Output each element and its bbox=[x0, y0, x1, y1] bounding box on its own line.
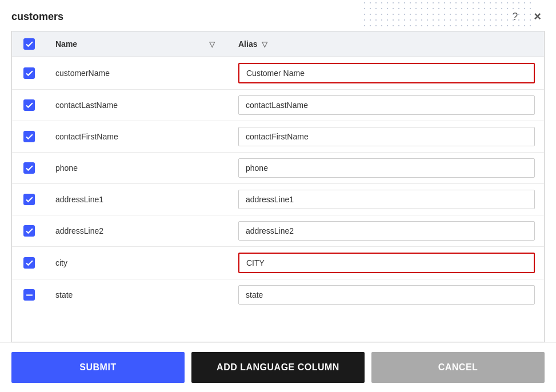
row-alias-cell bbox=[229, 279, 544, 306]
row-filter bbox=[195, 247, 229, 279]
table-row: contactLastName bbox=[12, 90, 544, 121]
alias-input[interactable] bbox=[238, 285, 535, 305]
table-scroll[interactable]: Name ▽ Alias ▽ bbox=[12, 31, 544, 306]
row-checkbox[interactable] bbox=[23, 289, 35, 301]
row-filter bbox=[195, 90, 229, 121]
alias-input[interactable] bbox=[238, 221, 535, 241]
row-filter bbox=[195, 215, 229, 247]
row-checkbox-cell bbox=[12, 247, 46, 279]
table-row: city bbox=[12, 247, 544, 279]
table-container: Name ▽ Alias ▽ bbox=[11, 31, 545, 342]
row-name: phone bbox=[46, 153, 195, 184]
table-row: customerName bbox=[12, 57, 544, 90]
row-filter bbox=[195, 153, 229, 184]
row-name: state bbox=[46, 279, 195, 306]
row-name: contactLastName bbox=[46, 90, 195, 121]
alias-input[interactable] bbox=[238, 158, 535, 178]
dialog-title: customers bbox=[11, 11, 63, 23]
alias-input[interactable] bbox=[238, 127, 535, 146]
table-header-row: Name ▽ Alias ▽ bbox=[12, 31, 544, 57]
alias-input[interactable] bbox=[238, 253, 535, 273]
add-language-button[interactable]: ADD LANGUAGE COLUMN bbox=[191, 352, 365, 383]
row-alias-cell bbox=[229, 247, 544, 279]
alias-header-label: Alias bbox=[238, 39, 257, 49]
row-filter bbox=[195, 279, 229, 306]
name-filter-icon[interactable]: ▽ bbox=[209, 40, 215, 49]
row-name: addressLine2 bbox=[46, 215, 195, 247]
row-filter bbox=[195, 57, 229, 90]
cancel-button[interactable]: CANCEL bbox=[371, 352, 545, 383]
table-row: addressLine1 bbox=[12, 184, 544, 215]
alias-filter-icon[interactable]: ▽ bbox=[262, 40, 267, 49]
alias-input[interactable] bbox=[238, 190, 535, 209]
row-checkbox-cell bbox=[12, 279, 46, 306]
row-name: city bbox=[46, 247, 195, 279]
table-body: customerNamecontactLastNamecontactFirstN… bbox=[12, 57, 544, 306]
table-row: addressLine2 bbox=[12, 215, 544, 247]
name-header-label: Name bbox=[55, 39, 77, 49]
help-button[interactable]: ? bbox=[509, 10, 521, 24]
row-checkbox-cell bbox=[12, 57, 46, 90]
table-row: contactFirstName bbox=[12, 121, 544, 153]
header-icons: ? × bbox=[509, 8, 545, 25]
row-alias-cell bbox=[229, 184, 544, 215]
name-header: Name bbox=[46, 31, 195, 57]
row-alias-cell bbox=[229, 153, 544, 184]
data-table: Name ▽ Alias ▽ bbox=[12, 31, 544, 306]
row-checkbox-cell bbox=[12, 184, 46, 215]
row-checkbox[interactable] bbox=[23, 194, 35, 205]
row-checkbox[interactable] bbox=[23, 257, 35, 269]
row-checkbox-cell bbox=[12, 215, 46, 247]
row-name: addressLine1 bbox=[46, 184, 195, 215]
row-alias-cell bbox=[229, 90, 544, 121]
row-alias-cell bbox=[229, 215, 544, 247]
dialog-header: customers ? × bbox=[0, 0, 556, 31]
submit-button[interactable]: SUBMIT bbox=[11, 352, 185, 383]
row-filter bbox=[195, 121, 229, 153]
row-name: customerName bbox=[46, 57, 195, 90]
table-row: state bbox=[12, 279, 544, 306]
row-checkbox[interactable] bbox=[23, 162, 35, 174]
row-checkbox[interactable] bbox=[23, 99, 35, 111]
close-button[interactable]: × bbox=[530, 8, 545, 25]
row-checkbox[interactable] bbox=[23, 67, 35, 79]
row-alias-cell bbox=[229, 57, 544, 90]
table-row: phone bbox=[12, 153, 544, 184]
alias-header: Alias ▽ bbox=[229, 31, 544, 57]
row-checkbox[interactable] bbox=[23, 225, 35, 237]
row-alias-cell bbox=[229, 121, 544, 153]
row-name: contactFirstName bbox=[46, 121, 195, 153]
row-checkbox-cell bbox=[12, 121, 46, 153]
alias-input[interactable] bbox=[238, 63, 535, 83]
dialog: customers ? × bbox=[0, 0, 556, 392]
header-checkbox-cell bbox=[12, 31, 46, 57]
row-checkbox-cell bbox=[12, 90, 46, 121]
alias-input[interactable] bbox=[238, 95, 535, 115]
svg-rect-0 bbox=[26, 294, 33, 295]
row-checkbox-cell bbox=[12, 153, 46, 184]
row-checkbox[interactable] bbox=[23, 131, 35, 142]
dialog-footer: SUBMIT ADD LANGUAGE COLUMN CANCEL bbox=[0, 342, 556, 392]
row-filter bbox=[195, 184, 229, 215]
header-checkbox[interactable] bbox=[23, 38, 35, 50]
filter-header: ▽ bbox=[195, 31, 229, 57]
